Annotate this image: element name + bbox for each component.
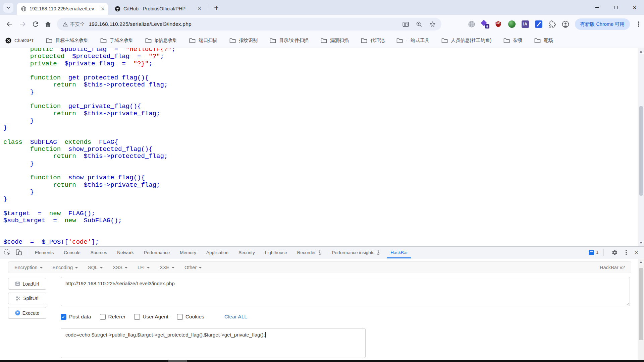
chevron-down-icon: [125, 267, 127, 268]
checkbox-cookies[interactable]: Cookies: [177, 314, 204, 320]
code-line: }: [3, 124, 638, 131]
bookmark-item[interactable]: 目标主域名收集: [46, 38, 88, 44]
back-icon[interactable]: [5, 20, 13, 28]
green-ball-extension-icon[interactable]: [508, 20, 516, 28]
bookmark-label: 端口扫描: [199, 38, 217, 44]
hackbar-menu-encoding[interactable]: Encoding: [53, 265, 78, 270]
devtools-tab-application[interactable]: Application: [201, 247, 233, 258]
profile-avatar-icon[interactable]: [561, 20, 570, 28]
tab-divider: [207, 5, 207, 10]
home-icon[interactable]: [44, 20, 52, 28]
browser-tab-site[interactable]: 192.168.110.225/serialize/Lev ×: [17, 3, 108, 15]
scrollbar-thumb[interactable]: [639, 268, 643, 340]
bookmark-item[interactable]: ip信息收集: [145, 38, 177, 44]
extensions-puzzle-icon[interactable]: [548, 20, 556, 28]
blue-extension-icon[interactable]: [535, 20, 543, 28]
bookmark-item[interactable]: 靶场: [534, 38, 553, 44]
hackbar-url-input[interactable]: http://192.168.110.225/serialize/Level3/…: [61, 277, 630, 306]
bookmark-item[interactable]: 杂项: [503, 38, 522, 44]
hackbar-menu-xss[interactable]: XSS: [113, 265, 127, 270]
new-tab-button[interactable]: +: [212, 3, 221, 12]
devtools-menu-icon[interactable]: [626, 252, 627, 253]
scroll-down-icon[interactable]: [640, 242, 642, 244]
maximize-button[interactable]: [606, 0, 625, 15]
devtools-tab-security[interactable]: Security: [233, 247, 260, 258]
hackbar-menu-lfi[interactable]: LFI: [138, 265, 150, 270]
devtools-tab-elements[interactable]: Elements: [30, 247, 59, 258]
folder-icon: [46, 38, 52, 43]
devtools-tab-memory[interactable]: Memory: [175, 247, 201, 258]
checkbox-post-data[interactable]: ✓Post data: [61, 314, 91, 320]
bookmark-item[interactable]: 端口扫描: [189, 38, 217, 44]
checkbox-user-agent[interactable]: User Agent: [134, 314, 168, 320]
browser-menu-icon[interactable]: [638, 23, 639, 25]
checkbox-box[interactable]: [177, 314, 183, 320]
hackbar-menu-sql[interactable]: SQL: [88, 265, 103, 270]
checkbox-box[interactable]: [100, 314, 106, 320]
bookmark-star-icon[interactable]: [429, 21, 436, 28]
folder-icon: [441, 38, 448, 43]
device-toolbar-icon[interactable]: [15, 249, 22, 256]
bookmark-item[interactable]: ChatGPT: [5, 38, 34, 44]
chrome-update-button[interactable]: 有新版 Chrome 可用: [575, 18, 630, 30]
browser-tab-github[interactable]: GitHub - ProbiusOfficial/PHP ×: [111, 3, 205, 15]
tab-close-icon[interactable]: ×: [198, 6, 201, 12]
security-chip[interactable]: 不安全: [62, 21, 89, 27]
ublock-origin-icon[interactable]: uO: [494, 20, 502, 28]
reload-icon[interactable]: [32, 20, 40, 28]
checkbox-box[interactable]: ✓: [61, 314, 66, 320]
code-line: }: [3, 160, 638, 167]
bookmark-item[interactable]: 漏洞扫描: [321, 38, 349, 44]
close-window-button[interactable]: ×: [625, 0, 644, 15]
bookmark-item[interactable]: 指纹识别: [229, 38, 258, 44]
close-icon: ×: [633, 4, 636, 11]
hackbar-menu-xxe[interactable]: XXE: [160, 265, 174, 270]
hackbar-menu-encryption[interactable]: Encryption: [14, 265, 43, 270]
devtools-tab-console[interactable]: Console: [59, 247, 86, 258]
page-scrollbar[interactable]: [638, 48, 644, 246]
devtools-tab-sources[interactable]: Sources: [86, 247, 112, 258]
spliturl-button[interactable]: SplitUrl: [8, 293, 46, 304]
url-text[interactable]: 192.168.110.225/serialize/Level3/index.p…: [89, 21, 192, 27]
bookmark-item[interactable]: 子域名收集: [100, 38, 133, 44]
translate-icon[interactable]: [402, 21, 409, 28]
devtools-tab-performance[interactable]: Performance: [139, 247, 175, 258]
minimize-button[interactable]: [588, 0, 606, 15]
globe-extension-icon[interactable]: [468, 20, 476, 28]
omnibox[interactable]: 不安全 192.168.110.225/serialize/Level3/ind…: [57, 18, 441, 31]
bookmark-item[interactable]: 目录/文件扫描: [270, 38, 309, 44]
devtools-close-icon[interactable]: ×: [635, 249, 639, 256]
loadurl-button[interactable]: LoadUrl: [8, 278, 46, 290]
devtools-tab-label: Performance: [144, 250, 170, 255]
inspect-element-icon[interactable]: [4, 249, 11, 256]
tab-search-button[interactable]: [3, 3, 13, 13]
checkbox-box[interactable]: [134, 314, 140, 320]
zoom-icon[interactable]: [416, 21, 423, 28]
scroll-up-icon[interactable]: [640, 261, 642, 263]
tab-close-icon[interactable]: ×: [101, 6, 105, 12]
devtools-tab-performance-insights[interactable]: Performance insights: [327, 247, 385, 258]
bookmark-item[interactable]: 一站式工具: [396, 38, 429, 44]
ia-extension-icon[interactable]: IA: [521, 20, 529, 28]
console-messages-icon[interactable]: [589, 250, 594, 255]
code-line: [3, 132, 638, 139]
bookmark-item[interactable]: 人员信息(社工钓鱼): [441, 38, 491, 44]
scrollbar-thumb[interactable]: [639, 106, 643, 196]
menu-label: Encoding: [53, 265, 73, 270]
bookmark-item[interactable]: 代理池: [361, 38, 384, 44]
devtools-tab-recorder[interactable]: Recorder: [292, 247, 327, 258]
execute-button[interactable]: Execute: [8, 307, 46, 319]
execute-label: Execute: [22, 310, 40, 316]
clear-all-link[interactable]: Clear ALL: [224, 314, 247, 320]
devtools-tab-lighthouse[interactable]: Lighthouse: [260, 247, 292, 258]
hackbar-scrollbar[interactable]: [638, 259, 644, 362]
checkbox-referer[interactable]: Referer: [100, 314, 126, 320]
devtools-tab-hackbar[interactable]: HackBar: [385, 247, 413, 258]
hackbar-postdata-input[interactable]: code=echo $target->public_flag.$target->…: [61, 328, 366, 358]
hackbar-menu-other[interactable]: Other: [184, 265, 202, 270]
purple-8-extension-icon[interactable]: 8: [481, 20, 489, 28]
settings-gear-icon[interactable]: [611, 249, 618, 256]
folder-icon: [503, 38, 510, 43]
devtools-tab-network[interactable]: Network: [112, 247, 139, 258]
scroll-up-icon[interactable]: [640, 51, 642, 53]
